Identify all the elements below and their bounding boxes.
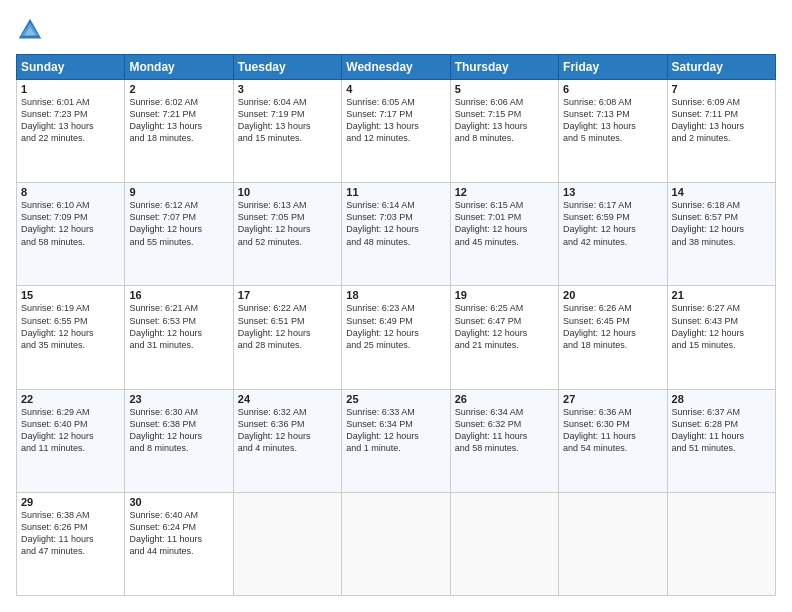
calendar-cell [342, 492, 450, 595]
calendar-cell: 9Sunrise: 6:12 AM Sunset: 7:07 PM Daylig… [125, 183, 233, 286]
day-number: 7 [672, 83, 771, 95]
calendar-cell: 19Sunrise: 6:25 AM Sunset: 6:47 PM Dayli… [450, 286, 558, 389]
calendar-cell: 15Sunrise: 6:19 AM Sunset: 6:55 PM Dayli… [17, 286, 125, 389]
day-number: 4 [346, 83, 445, 95]
day-info: Sunrise: 6:05 AM Sunset: 7:17 PM Dayligh… [346, 96, 445, 145]
dow-header: Thursday [450, 55, 558, 80]
day-info: Sunrise: 6:01 AM Sunset: 7:23 PM Dayligh… [21, 96, 120, 145]
calendar-cell: 24Sunrise: 6:32 AM Sunset: 6:36 PM Dayli… [233, 389, 341, 492]
day-number: 6 [563, 83, 662, 95]
day-number: 27 [563, 393, 662, 405]
calendar-cell: 16Sunrise: 6:21 AM Sunset: 6:53 PM Dayli… [125, 286, 233, 389]
day-number: 19 [455, 289, 554, 301]
calendar-cell: 6Sunrise: 6:08 AM Sunset: 7:13 PM Daylig… [559, 80, 667, 183]
calendar-cell [559, 492, 667, 595]
day-number: 25 [346, 393, 445, 405]
day-info: Sunrise: 6:06 AM Sunset: 7:15 PM Dayligh… [455, 96, 554, 145]
day-info: Sunrise: 6:13 AM Sunset: 7:05 PM Dayligh… [238, 199, 337, 248]
logo [16, 16, 48, 44]
calendar-cell: 3Sunrise: 6:04 AM Sunset: 7:19 PM Daylig… [233, 80, 341, 183]
day-info: Sunrise: 6:08 AM Sunset: 7:13 PM Dayligh… [563, 96, 662, 145]
day-number: 8 [21, 186, 120, 198]
calendar-cell [667, 492, 775, 595]
day-info: Sunrise: 6:33 AM Sunset: 6:34 PM Dayligh… [346, 406, 445, 455]
calendar-cell: 25Sunrise: 6:33 AM Sunset: 6:34 PM Dayli… [342, 389, 450, 492]
day-info: Sunrise: 6:09 AM Sunset: 7:11 PM Dayligh… [672, 96, 771, 145]
calendar-cell [450, 492, 558, 595]
dow-header: Monday [125, 55, 233, 80]
day-number: 26 [455, 393, 554, 405]
day-info: Sunrise: 6:32 AM Sunset: 6:36 PM Dayligh… [238, 406, 337, 455]
calendar-cell: 11Sunrise: 6:14 AM Sunset: 7:03 PM Dayli… [342, 183, 450, 286]
calendar-cell: 8Sunrise: 6:10 AM Sunset: 7:09 PM Daylig… [17, 183, 125, 286]
day-number: 13 [563, 186, 662, 198]
calendar-cell: 5Sunrise: 6:06 AM Sunset: 7:15 PM Daylig… [450, 80, 558, 183]
day-info: Sunrise: 6:14 AM Sunset: 7:03 PM Dayligh… [346, 199, 445, 248]
day-info: Sunrise: 6:22 AM Sunset: 6:51 PM Dayligh… [238, 302, 337, 351]
day-number: 21 [672, 289, 771, 301]
day-number: 30 [129, 496, 228, 508]
calendar-cell: 30Sunrise: 6:40 AM Sunset: 6:24 PM Dayli… [125, 492, 233, 595]
calendar-cell: 21Sunrise: 6:27 AM Sunset: 6:43 PM Dayli… [667, 286, 775, 389]
logo-icon [16, 16, 44, 44]
day-info: Sunrise: 6:10 AM Sunset: 7:09 PM Dayligh… [21, 199, 120, 248]
day-number: 23 [129, 393, 228, 405]
day-number: 12 [455, 186, 554, 198]
day-number: 3 [238, 83, 337, 95]
day-info: Sunrise: 6:25 AM Sunset: 6:47 PM Dayligh… [455, 302, 554, 351]
calendar-cell: 14Sunrise: 6:18 AM Sunset: 6:57 PM Dayli… [667, 183, 775, 286]
day-info: Sunrise: 6:21 AM Sunset: 6:53 PM Dayligh… [129, 302, 228, 351]
day-info: Sunrise: 6:23 AM Sunset: 6:49 PM Dayligh… [346, 302, 445, 351]
calendar-cell: 28Sunrise: 6:37 AM Sunset: 6:28 PM Dayli… [667, 389, 775, 492]
calendar-cell: 7Sunrise: 6:09 AM Sunset: 7:11 PM Daylig… [667, 80, 775, 183]
day-info: Sunrise: 6:40 AM Sunset: 6:24 PM Dayligh… [129, 509, 228, 558]
dow-header: Wednesday [342, 55, 450, 80]
day-info: Sunrise: 6:27 AM Sunset: 6:43 PM Dayligh… [672, 302, 771, 351]
day-info: Sunrise: 6:36 AM Sunset: 6:30 PM Dayligh… [563, 406, 662, 455]
day-number: 20 [563, 289, 662, 301]
calendar-cell: 18Sunrise: 6:23 AM Sunset: 6:49 PM Dayli… [342, 286, 450, 389]
day-number: 15 [21, 289, 120, 301]
calendar-cell: 23Sunrise: 6:30 AM Sunset: 6:38 PM Dayli… [125, 389, 233, 492]
calendar-cell: 27Sunrise: 6:36 AM Sunset: 6:30 PM Dayli… [559, 389, 667, 492]
day-number: 18 [346, 289, 445, 301]
day-info: Sunrise: 6:37 AM Sunset: 6:28 PM Dayligh… [672, 406, 771, 455]
day-info: Sunrise: 6:19 AM Sunset: 6:55 PM Dayligh… [21, 302, 120, 351]
day-info: Sunrise: 6:12 AM Sunset: 7:07 PM Dayligh… [129, 199, 228, 248]
day-number: 16 [129, 289, 228, 301]
calendar-cell: 1Sunrise: 6:01 AM Sunset: 7:23 PM Daylig… [17, 80, 125, 183]
day-info: Sunrise: 6:29 AM Sunset: 6:40 PM Dayligh… [21, 406, 120, 455]
day-info: Sunrise: 6:38 AM Sunset: 6:26 PM Dayligh… [21, 509, 120, 558]
calendar-cell [233, 492, 341, 595]
calendar-cell: 2Sunrise: 6:02 AM Sunset: 7:21 PM Daylig… [125, 80, 233, 183]
day-info: Sunrise: 6:26 AM Sunset: 6:45 PM Dayligh… [563, 302, 662, 351]
day-number: 5 [455, 83, 554, 95]
dow-header: Friday [559, 55, 667, 80]
day-info: Sunrise: 6:34 AM Sunset: 6:32 PM Dayligh… [455, 406, 554, 455]
day-info: Sunrise: 6:18 AM Sunset: 6:57 PM Dayligh… [672, 199, 771, 248]
calendar-cell: 13Sunrise: 6:17 AM Sunset: 6:59 PM Dayli… [559, 183, 667, 286]
day-number: 28 [672, 393, 771, 405]
day-number: 10 [238, 186, 337, 198]
day-number: 11 [346, 186, 445, 198]
calendar-cell: 17Sunrise: 6:22 AM Sunset: 6:51 PM Dayli… [233, 286, 341, 389]
day-number: 2 [129, 83, 228, 95]
calendar-cell: 12Sunrise: 6:15 AM Sunset: 7:01 PM Dayli… [450, 183, 558, 286]
dow-header: Saturday [667, 55, 775, 80]
calendar-cell: 4Sunrise: 6:05 AM Sunset: 7:17 PM Daylig… [342, 80, 450, 183]
day-number: 17 [238, 289, 337, 301]
calendar-cell: 22Sunrise: 6:29 AM Sunset: 6:40 PM Dayli… [17, 389, 125, 492]
day-info: Sunrise: 6:02 AM Sunset: 7:21 PM Dayligh… [129, 96, 228, 145]
header [16, 16, 776, 44]
calendar-cell: 10Sunrise: 6:13 AM Sunset: 7:05 PM Dayli… [233, 183, 341, 286]
day-number: 9 [129, 186, 228, 198]
dow-header: Sunday [17, 55, 125, 80]
day-info: Sunrise: 6:17 AM Sunset: 6:59 PM Dayligh… [563, 199, 662, 248]
day-info: Sunrise: 6:04 AM Sunset: 7:19 PM Dayligh… [238, 96, 337, 145]
calendar: SundayMondayTuesdayWednesdayThursdayFrid… [16, 54, 776, 596]
dow-header: Tuesday [233, 55, 341, 80]
day-number: 14 [672, 186, 771, 198]
day-info: Sunrise: 6:15 AM Sunset: 7:01 PM Dayligh… [455, 199, 554, 248]
day-number: 24 [238, 393, 337, 405]
day-number: 1 [21, 83, 120, 95]
